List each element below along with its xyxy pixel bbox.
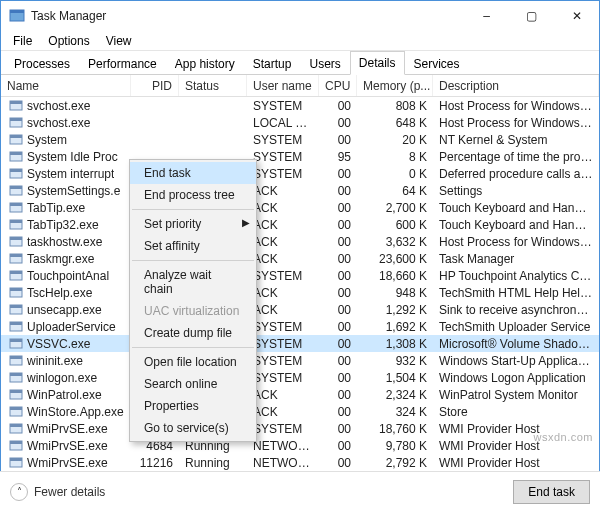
table-row[interactable]: Taskmgr.exeACK0023,600 KTask Manager	[1, 250, 599, 267]
tab-apphistory[interactable]: App history	[166, 52, 244, 75]
ctx-set-priority[interactable]: Set priority▶	[130, 213, 256, 235]
process-icon	[9, 388, 23, 402]
tabbar: Processes Performance App history Startu…	[1, 51, 599, 75]
maximize-button[interactable]: ▢	[509, 1, 554, 31]
table-row[interactable]: WinStore.App.exe5688SuspendedACK00324 KS…	[1, 403, 599, 420]
process-icon	[9, 201, 23, 215]
table-row[interactable]: SystemSettings.eACK0064 KSettings	[1, 182, 599, 199]
ctx-analyze-wait-chain[interactable]: Analyze wait chain	[130, 264, 256, 300]
close-button[interactable]: ✕	[554, 1, 599, 31]
ctx-properties[interactable]: Properties	[130, 395, 256, 417]
process-icon	[9, 167, 23, 181]
col-cpu[interactable]: CPU	[319, 75, 357, 96]
process-mem: 648 K	[357, 115, 433, 131]
table-row[interactable]: WmiPrvSE.exe4684RunningNETWORK...009,780…	[1, 437, 599, 454]
svg-rect-35	[10, 373, 22, 376]
table-row[interactable]: svchost.exeLOCAL SE...00648 KHost Proces…	[1, 114, 599, 131]
col-pid[interactable]: PID	[131, 75, 179, 96]
tab-performance[interactable]: Performance	[79, 52, 166, 75]
process-user: ACK	[247, 251, 319, 267]
table-row[interactable]: winlogon.exe844RunningSYSTEM001,504 KWin…	[1, 369, 599, 386]
window-title: Task Manager	[31, 9, 464, 23]
svg-rect-43	[10, 441, 22, 444]
ctx-set-affinity[interactable]: Set affinity	[130, 235, 256, 257]
tab-processes[interactable]: Processes	[5, 52, 79, 75]
process-cpu: 00	[319, 302, 357, 318]
table-row[interactable]: TabTip.exeACK002,700 KTouch Keyboard and…	[1, 199, 599, 216]
ctx-go-to-services[interactable]: Go to service(s)	[130, 417, 256, 439]
process-list[interactable]: End task End process tree Set priority▶ …	[1, 97, 599, 487]
col-user[interactable]: User name	[247, 75, 319, 96]
col-desc[interactable]: Description	[433, 75, 599, 96]
process-user: ACK	[247, 183, 319, 199]
process-mem: 20 K	[357, 132, 433, 148]
process-status: Running	[179, 455, 247, 471]
ctx-end-task[interactable]: End task	[130, 162, 256, 184]
menu-file[interactable]: File	[5, 32, 40, 50]
end-task-button[interactable]: End task	[513, 480, 590, 504]
ctx-open-file-location[interactable]: Open file location	[130, 351, 256, 373]
tab-startup[interactable]: Startup	[244, 52, 301, 75]
process-desc: NT Kernel & System	[433, 132, 599, 148]
ctx-separator	[132, 260, 254, 261]
svg-rect-25	[10, 288, 22, 291]
col-mem[interactable]: Memory (p...	[357, 75, 433, 96]
process-desc: Host Process for Windows Tasks	[433, 234, 599, 250]
process-user: SYSTEM	[247, 268, 319, 284]
process-mem: 600 K	[357, 217, 433, 233]
table-row[interactable]: System Idle ProcSYSTEM958 KPercentage of…	[1, 148, 599, 165]
table-row[interactable]: WmiPrvSE.exe8628RunningSYSTEM0018,760 KW…	[1, 420, 599, 437]
process-cpu: 00	[319, 421, 357, 437]
process-status	[179, 139, 247, 141]
col-name[interactable]: Name	[1, 75, 131, 96]
table-row[interactable]: WinPatrol.exe8456RunningACK002,324 KWinP…	[1, 386, 599, 403]
watermark: wsxdn.com	[533, 431, 593, 443]
process-cpu: 00	[319, 234, 357, 250]
table-row[interactable]: TscHelp.exeACK00948 KTechSmith HTML Help…	[1, 284, 599, 301]
table-row[interactable]: wininit.exe996RunningSYSTEM00932 KWindow…	[1, 352, 599, 369]
process-mem: 2,700 K	[357, 200, 433, 216]
process-name: svchost.exe	[27, 116, 90, 130]
table-row[interactable]: svchost.exeSYSTEM00808 KHost Process for…	[1, 97, 599, 114]
menu-options[interactable]: Options	[40, 32, 97, 50]
process-status	[179, 122, 247, 124]
ctx-search-online[interactable]: Search online	[130, 373, 256, 395]
table-row[interactable]: WmiPrvSE.exe11216RunningNETWORK...002,79…	[1, 454, 599, 471]
process-user: ACK	[247, 302, 319, 318]
ctx-separator	[132, 209, 254, 210]
process-user: SYSTEM	[247, 421, 319, 437]
tab-services[interactable]: Services	[405, 52, 469, 75]
ctx-end-process-tree[interactable]: End process tree	[130, 184, 256, 206]
tab-users[interactable]: Users	[300, 52, 349, 75]
process-name: UploaderService	[27, 320, 116, 334]
svg-rect-5	[10, 118, 22, 121]
process-icon	[9, 456, 23, 470]
process-user: ACK	[247, 234, 319, 250]
table-row[interactable]: TabTip32.exeACK00600 KTouch Keyboard and…	[1, 216, 599, 233]
process-cpu: 00	[319, 166, 357, 182]
svg-rect-29	[10, 322, 22, 325]
table-row[interactable]: System interruptSYSTEM000 KDeferred proc…	[1, 165, 599, 182]
process-desc: Store	[433, 404, 599, 420]
tab-details[interactable]: Details	[350, 51, 405, 75]
table-row[interactable]: unsecapp.exeACK001,292 KSink to receive …	[1, 301, 599, 318]
menu-view[interactable]: View	[98, 32, 140, 50]
process-mem: 8 K	[357, 149, 433, 165]
process-icon	[9, 371, 23, 385]
titlebar: Task Manager – ▢ ✕	[1, 1, 599, 31]
table-row[interactable]: UploaderServiceSYSTEM001,692 KTechSmith …	[1, 318, 599, 335]
table-row[interactable]: VSSVC.exe2436RunningSYSTEM001,308 KMicro…	[1, 335, 599, 352]
process-name: wininit.exe	[27, 354, 83, 368]
table-row[interactable]: SystemSYSTEM0020 KNT Kernel & System	[1, 131, 599, 148]
fewer-details-button[interactable]: ˄ Fewer details	[10, 483, 105, 501]
process-mem: 18,660 K	[357, 268, 433, 284]
process-desc: Windows Logon Application	[433, 370, 599, 386]
ctx-create-dump-file[interactable]: Create dump file	[130, 322, 256, 344]
table-row[interactable]: taskhostw.exeACK003,632 KHost Process fo…	[1, 233, 599, 250]
col-status[interactable]: Status	[179, 75, 247, 96]
chevron-up-icon: ˄	[10, 483, 28, 501]
minimize-button[interactable]: –	[464, 1, 509, 31]
process-user: SYSTEM	[247, 149, 319, 165]
process-pid	[131, 139, 179, 141]
table-row[interactable]: TouchpointAnalSYSTEM0018,660 KHP Touchpo…	[1, 267, 599, 284]
